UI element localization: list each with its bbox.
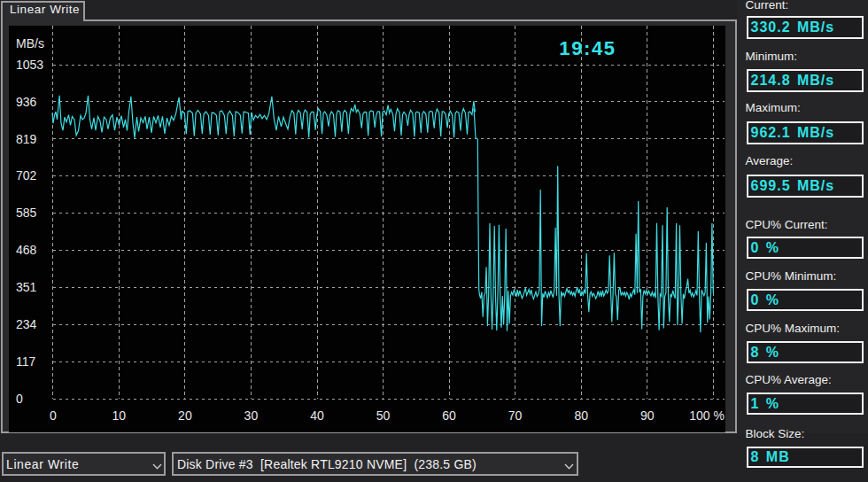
svg-text:1053: 1053 [16, 58, 43, 72]
svg-text:10: 10 [112, 408, 127, 423]
svg-text:234: 234 [16, 317, 37, 331]
svg-text:50: 50 [376, 408, 391, 423]
svg-text:936: 936 [16, 95, 37, 109]
svg-text:702: 702 [16, 168, 37, 183]
svg-text:60: 60 [442, 408, 456, 423]
svg-text:20: 20 [178, 408, 192, 423]
svg-text:19:45: 19:45 [559, 37, 616, 59]
svg-text:468: 468 [16, 243, 37, 257]
svg-text:80: 80 [574, 408, 588, 423]
svg-text:0: 0 [50, 408, 57, 423]
svg-text:0: 0 [16, 392, 23, 406]
svg-text:351: 351 [16, 280, 37, 294]
svg-text:90: 90 [640, 408, 655, 423]
svg-text:117: 117 [16, 354, 36, 369]
svg-text:100 %: 100 % [689, 408, 725, 423]
svg-text:585: 585 [16, 206, 37, 220]
svg-text:70: 70 [508, 408, 523, 423]
svg-text:MB/s: MB/s [16, 36, 44, 51]
svg-text:30: 30 [244, 408, 259, 423]
svg-text:40: 40 [310, 408, 324, 423]
svg-text:819: 819 [16, 132, 37, 146]
